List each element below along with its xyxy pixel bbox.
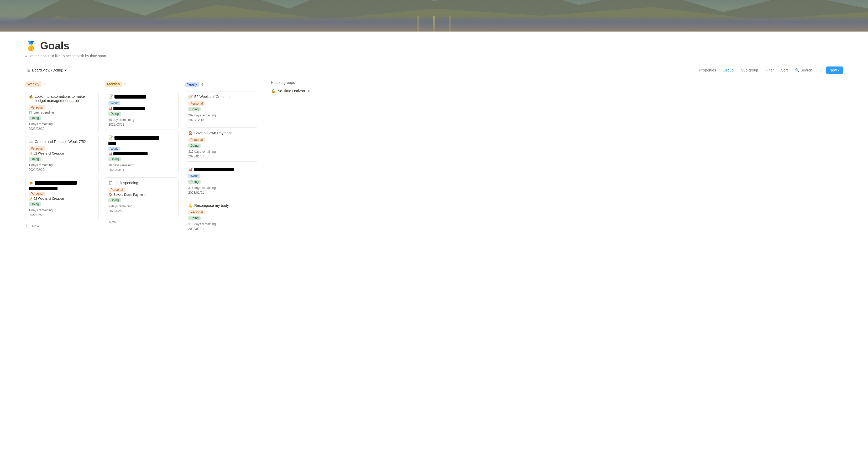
search-icon: 🔍	[795, 68, 800, 72]
plus-icon: +	[25, 224, 27, 228]
tag-personal-w2: Personal	[29, 146, 45, 151]
column-count-monthly: 3	[124, 82, 126, 86]
card-meta-date-w1: 2022/02/20	[29, 127, 95, 131]
tag-work-m2: Work	[108, 147, 120, 151]
card-meta-date-m2: 2022/03/01	[108, 168, 175, 172]
card-meta-days-m3: 9 days remaining	[108, 204, 175, 208]
tag-personal-m3: Personal	[108, 187, 125, 192]
new-card-weekly-button[interactable]: + + New	[25, 222, 99, 230]
card-title-w1: 💰 Look into automations to make budget m…	[29, 94, 95, 103]
card-y2[interactable]: 🏠 Save a Down Payment Personal Doing 316…	[185, 127, 258, 162]
card-emoji-y3: 📊	[188, 167, 193, 171]
column-label-yearly[interactable]: Yearly	[185, 82, 199, 87]
card-meta-date-y3: 2023/01/01	[188, 191, 255, 195]
card-emoji-m3: 📋	[108, 181, 113, 185]
card-sub-item-w2: 📝 52 Weeks of Creation	[29, 152, 95, 155]
hidden-groups-title: Hidden groups	[271, 80, 843, 85]
column-weekly: Weekly 6 💰 Look into automations to make…	[25, 80, 99, 230]
card-sub-item-m2: 📊	[108, 152, 175, 155]
tag-personal-w3: Personal	[29, 192, 45, 196]
card-emoji-m2: 📝	[108, 135, 113, 140]
card-title-w2: ☁️ Create and Release Week 7/52	[29, 140, 95, 144]
view-icon: ⊞	[27, 68, 30, 72]
tag-doing-m2: Doing	[108, 157, 121, 161]
card-w1[interactable]: 💰 Look into automations to make budget m…	[25, 91, 99, 134]
card-meta-date-y2: 2023/01/01	[188, 154, 255, 158]
card-meta-date-w2: 2022/02/20	[29, 168, 95, 172]
hidden-groups-area: Hidden groups 🔒 No Time Horizon 0	[265, 80, 843, 95]
card-meta-date-y4: 2023/01/01	[188, 227, 255, 231]
card-sub-item-m3: 🏠 Save a Down Payment	[108, 193, 175, 197]
subgroup-button[interactable]: Sub-group	[739, 67, 760, 73]
tag-work-m1: Work	[108, 101, 120, 105]
card-meta-days-m2: 10 days remaining	[108, 164, 175, 167]
card-w2[interactable]: ☁️ Create and Release Week 7/52 Personal…	[25, 136, 99, 175]
search-button[interactable]: 🔍 Search	[793, 67, 814, 73]
page-title: Goals	[40, 40, 69, 52]
card-meta-days-m1: 10 days remaining	[108, 118, 175, 122]
card-emoji-m1: 📝	[108, 94, 113, 98]
properties-button[interactable]: Properties	[697, 67, 718, 73]
toolbar: ⊞ Board view (Doing) ▾ Properties Group …	[25, 64, 843, 76]
new-button[interactable]: New ▾	[826, 66, 843, 74]
page-description: All of the goals I'd like to accomplish …	[25, 54, 843, 58]
plus-icon-monthly: +	[105, 220, 107, 224]
card-sub-item-m1: 📊	[108, 107, 175, 110]
page-icon: 🥇	[25, 40, 37, 52]
card-m2[interactable]: 📝 Work 📊 Doing 10 days remaining 2022/03…	[105, 132, 179, 175]
view-label: Board view (Doing)	[32, 68, 63, 72]
hidden-group-no-time-horizon[interactable]: 🔒 No Time Horizon 0	[271, 89, 843, 93]
view-selector[interactable]: ⊞ Board view (Doing) ▾	[25, 67, 69, 73]
card-title-y2: 🏠 Save a Down Payment	[188, 131, 255, 135]
card-y3[interactable]: 📊 Work Doing 316 days remaining 2023/01/…	[185, 164, 258, 198]
hidden-group-count: 0	[308, 89, 310, 93]
card-y1[interactable]: 📝 52 Weeks of Creation Personal Doing 29…	[185, 91, 258, 125]
new-card-monthly-button[interactable]: + New	[105, 219, 179, 226]
card-emoji-w1: 💰	[29, 94, 33, 98]
card-y4[interactable]: 💪 Recompose my body Personal Doing 316 d…	[185, 200, 258, 234]
header-banner	[0, 0, 868, 32]
tag-personal-y1: Personal	[188, 102, 205, 106]
card-meta-days-w3: 1 days remaining	[29, 208, 95, 212]
board: Weekly 6 💰 Look into automations to make…	[25, 80, 843, 242]
tag-personal-y2: Personal	[188, 138, 205, 142]
card-w3[interactable]: 🍺 Personal 📝 52 Weeks of Creation Doing …	[25, 177, 99, 220]
card-meta-date-y1: 2022/12/13	[188, 118, 255, 122]
tag-doing-w1: Doing	[29, 116, 41, 120]
tag-doing-m3: Doing	[108, 198, 121, 202]
tag-personal-w1: Personal	[29, 105, 45, 110]
column-label-monthly[interactable]: Monthly	[105, 82, 122, 87]
group-button[interactable]: Group	[721, 67, 736, 73]
tag-doing-m1: Doing	[108, 112, 121, 116]
page-title-area: 🥇 Goals	[25, 40, 843, 52]
card-emoji-w3: 🍺	[29, 180, 33, 185]
card-meta-days-y4: 316 days remaining	[188, 222, 255, 226]
card-title-m3: 📋 Limit spending	[108, 181, 175, 185]
card-sub-item-w1: 📋 Limit spending	[29, 111, 95, 114]
add-group-button[interactable]: +	[205, 82, 210, 87]
tag-doing-y4: Doing	[188, 216, 200, 220]
toolbar-left: ⊞ Board view (Doing) ▾	[25, 67, 69, 73]
filter-button[interactable]: Filter	[763, 67, 776, 73]
card-meta-date-m1: 2022/03/01	[108, 123, 175, 126]
tag-doing-y1: Doing	[188, 107, 200, 111]
column-count-weekly: 6	[43, 82, 46, 86]
card-emoji-w2: ☁️	[29, 140, 33, 144]
column-count-yearly: 4	[201, 82, 203, 86]
card-title-y3: 📊	[188, 167, 255, 171]
tag-doing-w3: Doing	[29, 202, 41, 206]
column-label-weekly[interactable]: Weekly	[25, 82, 41, 87]
card-sub-item-w3: 📝 52 Weeks of Creation	[29, 197, 95, 201]
card-emoji-y2: 🏠	[188, 131, 193, 135]
card-meta-days-y2: 316 days remaining	[188, 150, 255, 153]
card-meta-days-w1: 1 days remaining	[29, 122, 95, 126]
card-m1[interactable]: 📝 Work 📊 Doing 10 days remaining 2022/03…	[105, 91, 179, 130]
sort-button[interactable]: Sort	[779, 67, 790, 73]
column-header-weekly: Weekly 6	[25, 80, 99, 88]
chevron-down-icon: ▾	[65, 68, 67, 72]
card-title-m1: 📝	[108, 94, 175, 98]
card-emoji-y1: 📝	[188, 95, 193, 99]
more-options-button[interactable]: ···	[817, 67, 823, 74]
card-m3[interactable]: 📋 Limit spending Personal 🏠 Save a Down …	[105, 177, 179, 216]
card-meta-days-y3: 316 days remaining	[188, 186, 255, 190]
